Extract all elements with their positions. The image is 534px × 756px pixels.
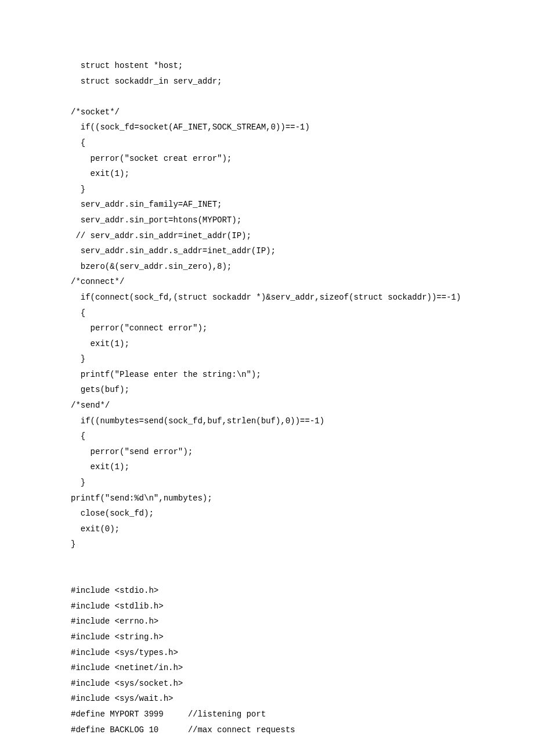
document-page: struct hostent *host; struct sockaddr_in… xyxy=(0,0,534,756)
code-line: gets(buf); xyxy=(71,382,463,398)
code-line: exit(1); xyxy=(71,459,463,475)
code-line: perror("connect error"); xyxy=(71,321,463,336)
code-line: printf("send:%d\n",numbytes); xyxy=(71,491,463,506)
code-line: { xyxy=(71,429,463,444)
code-line: { xyxy=(71,305,463,321)
code-line: /*send*/ xyxy=(71,398,463,413)
code-line: perror("send error"); xyxy=(71,444,463,460)
code-line xyxy=(71,568,463,584)
code-block: struct hostent *host; struct sockaddr_in… xyxy=(71,58,463,737)
code-line: if((sock_fd=socket(AF_INET,SOCK_STREAM,0… xyxy=(71,120,463,135)
code-line: bzero(&(serv_addr.sin_zero),8); xyxy=(71,259,463,275)
code-line: } xyxy=(71,475,463,491)
code-line: serv_addr.sin_addr.s_addr=inet_addr(IP); xyxy=(71,243,463,259)
code-line: } xyxy=(71,182,463,197)
code-line: exit(0); xyxy=(71,521,463,537)
code-line: /*socket*/ xyxy=(71,105,463,120)
code-line: #include <errno.h> xyxy=(71,614,463,629)
code-line: struct hostent *host; xyxy=(71,58,463,74)
code-line: #include <sys/socket.h> xyxy=(71,676,463,692)
code-line: serv_addr.sin_family=AF_INET; xyxy=(71,197,463,213)
code-line: if((numbytes=send(sock_fd,buf,strlen(buf… xyxy=(71,413,463,429)
code-line: serv_addr.sin_port=htons(MYPORT); xyxy=(71,213,463,228)
code-line: } xyxy=(71,537,463,552)
code-line: exit(1); xyxy=(71,336,463,352)
code-line: printf("Please enter the string:\n"); xyxy=(71,367,463,383)
code-line: #include <netinet/in.h> xyxy=(71,660,463,676)
code-line: /*connect*/ xyxy=(71,274,463,290)
code-line: #include <stdlib.h> xyxy=(71,599,463,614)
code-line: // serv_addr.sin_addr=inet_addr(IP); xyxy=(71,228,463,244)
code-line: #include <sys/types.h> xyxy=(71,645,463,661)
code-line xyxy=(71,552,463,568)
code-line: struct sockaddr_in serv_addr; xyxy=(71,74,463,89)
code-line xyxy=(71,89,463,105)
code-line: perror("socket creat error"); xyxy=(71,151,463,167)
code-line: if(connect(sock_fd,(struct sockaddr *)&s… xyxy=(71,290,463,305)
code-line: #include <string.h> xyxy=(71,629,463,645)
code-line: #include <stdio.h> xyxy=(71,583,463,599)
code-line: { xyxy=(71,135,463,151)
code-line: #define BACKLOG 10 //max connect request… xyxy=(71,722,463,738)
code-line: exit(1); xyxy=(71,166,463,182)
code-line: } xyxy=(71,351,463,367)
code-line: close(sock_fd); xyxy=(71,506,463,521)
code-line: #include <sys/wait.h> xyxy=(71,691,463,707)
code-line: #define MYPORT 3999 //listening port xyxy=(71,707,463,722)
